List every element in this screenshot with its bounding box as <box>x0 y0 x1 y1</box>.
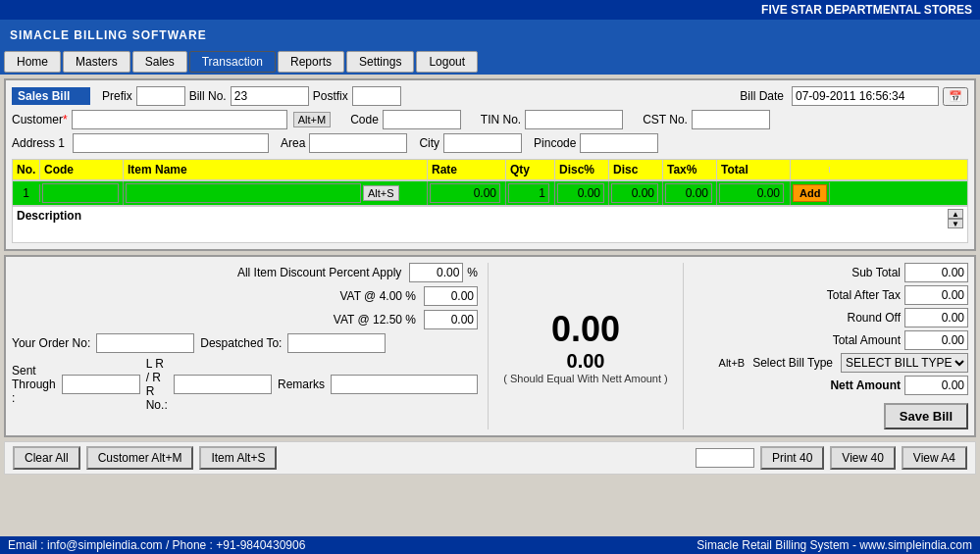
row-total-input[interactable] <box>719 183 784 203</box>
nav-logout[interactable]: Logout <box>416 51 478 73</box>
send-row: Sent Through : L R / R R No.: Remarks <box>12 357 478 412</box>
code-input[interactable] <box>383 110 461 129</box>
all-disc-label: All Item Discount Percent Apply <box>237 266 401 279</box>
despatched-label: Despatched To: <box>200 336 282 350</box>
tin-input[interactable] <box>525 110 623 129</box>
row-disc-pct <box>555 181 609 205</box>
prefix-input[interactable] <box>136 86 185 106</box>
after-tax-input[interactable] <box>904 285 968 305</box>
col-header-no: No. <box>13 160 40 179</box>
order-no-label: Your Order No: <box>12 336 90 350</box>
altb-label: Alt+B <box>719 357 746 369</box>
total-amount-input[interactable] <box>904 330 968 350</box>
view-a4-button[interactable]: View A4 <box>902 446 967 470</box>
bill-row: Sales Bill Prefix Bill No. Postfix Bill … <box>12 86 968 106</box>
bill-type-select[interactable]: SELECT BILL TYPE RETAIL BILL WHOLESALE B… <box>841 353 968 373</box>
bill-no-input[interactable] <box>231 86 309 106</box>
store-name: FIVE STAR DEPARTMENTAL STORES <box>761 3 972 17</box>
bill-date-input[interactable] <box>792 86 939 106</box>
view-40-button[interactable]: View 40 <box>830 446 895 470</box>
address-row: Address 1 Area City Pincode <box>12 133 968 153</box>
table-header: No. Code Item Name Rate Qty Disc% Disc T… <box>12 159 968 180</box>
add-button[interactable]: Add <box>793 184 827 202</box>
postfix-input[interactable] <box>352 86 401 106</box>
customer-row: Customer* Alt+M Code TIN No. CST No. <box>12 110 968 129</box>
alts-button[interactable]: Alt+S <box>363 185 399 201</box>
sent-through-label: Sent Through : <box>12 364 56 405</box>
all-disc-input[interactable] <box>409 263 463 282</box>
item-alts-button[interactable]: Item Alt+S <box>199 446 277 470</box>
save-bill-button[interactable]: Save Bill <box>884 403 968 429</box>
description-row: Description ▲ ▼ <box>12 206 968 243</box>
customer-input[interactable] <box>72 110 287 129</box>
pincode-input[interactable] <box>580 133 658 153</box>
row-disc-input[interactable] <box>611 183 658 203</box>
city-input[interactable] <box>443 133 522 153</box>
altm-button[interactable]: Alt+M <box>293 112 331 127</box>
vat2-input[interactable] <box>424 310 478 329</box>
top-bar: FIVE STAR DEPARTMENTAL STORES <box>0 0 980 20</box>
bill-date-label: Bill Date <box>740 89 784 103</box>
col-header-disc: Disc <box>609 160 663 179</box>
print-40-button[interactable]: Print 40 <box>760 446 824 470</box>
after-tax-label: Total After Tax <box>783 288 901 302</box>
nav-settings[interactable]: Settings <box>346 51 414 73</box>
row-disc-pct-input[interactable] <box>557 183 604 203</box>
nett-amount-input[interactable] <box>904 376 968 395</box>
row-code-input[interactable] <box>42 183 119 203</box>
row-rate <box>428 181 506 205</box>
vat2-label: VAT @ 12.50 % <box>334 313 416 327</box>
row-total <box>717 181 791 205</box>
nav-home[interactable]: Home <box>4 51 61 73</box>
vat1-input[interactable] <box>424 286 478 306</box>
col-header-disc-pct: Disc% <box>555 160 609 179</box>
order-no-input[interactable] <box>96 333 194 353</box>
row-add: Add <box>791 182 830 204</box>
remarks-input[interactable] <box>331 375 478 394</box>
scroll-down-btn[interactable]: ▼ <box>948 219 963 228</box>
calc-left: All Item Discount Percent Apply % VAT @ … <box>12 263 488 429</box>
row-rate-input[interactable] <box>430 183 500 203</box>
calendar-btn[interactable]: 📅 <box>943 87 968 106</box>
lr-input[interactable] <box>174 375 272 394</box>
sent-through-input[interactable] <box>62 375 140 394</box>
nav-masters[interactable]: Masters <box>63 51 130 73</box>
main-form: Sales Bill Prefix Bill No. Postfix Bill … <box>4 78 976 251</box>
address-input[interactable] <box>73 133 269 153</box>
status-right: Simacle Retail Billing System - www.simp… <box>696 538 972 552</box>
nett-amount-row: Nett Amount <box>694 376 968 395</box>
calc-area: All Item Discount Percent Apply % VAT @ … <box>4 255 976 437</box>
row-no: 1 <box>13 184 40 202</box>
app-title: SIMACLE BILLING SOFTWARE <box>0 20 980 49</box>
row-qty-input[interactable] <box>508 183 549 203</box>
code-label: Code <box>350 113 379 126</box>
col-header-item: Item Name <box>124 160 428 179</box>
scroll-up-btn[interactable]: ▲ <box>948 209 963 219</box>
nav-reports[interactable]: Reports <box>278 51 344 73</box>
area-input[interactable] <box>309 133 407 153</box>
subtotal-input[interactable] <box>904 263 968 282</box>
despatched-input[interactable] <box>287 333 386 353</box>
select-bill-row: Alt+B Select Bill Type SELECT BILL TYPE … <box>694 353 968 373</box>
clear-all-button[interactable]: Clear All <box>13 446 80 470</box>
med-amount-display: 0.00 <box>567 350 605 373</box>
customer-label: Customer* <box>12 113 68 126</box>
row-item-input[interactable] <box>126 183 361 203</box>
round-off-input[interactable] <box>904 308 968 327</box>
cst-label: CST No. <box>643 113 688 126</box>
col-header-code: Code <box>40 160 124 179</box>
customer-altm-button[interactable]: Customer Alt+M <box>86 446 194 470</box>
subtotal-row: Sub Total <box>694 263 968 282</box>
cst-input[interactable] <box>692 110 770 129</box>
bottom-bar: Clear All Customer Alt+M Item Alt+S Prin… <box>4 441 976 475</box>
calc-inner: All Item Discount Percent Apply % VAT @ … <box>12 263 968 429</box>
vat2-row: VAT @ 12.50 % <box>12 310 478 329</box>
row-tax-input[interactable] <box>665 183 712 203</box>
nav-sales[interactable]: Sales <box>132 51 187 73</box>
nav-transaction[interactable]: Transaction <box>189 51 276 73</box>
round-off-label: Round Off <box>783 311 901 325</box>
address-label: Address 1 <box>12 136 65 150</box>
col-header-tax: Tax% <box>663 160 717 179</box>
lr-label: L R / R R No.: <box>146 357 168 412</box>
print-count-input[interactable] <box>696 448 754 468</box>
